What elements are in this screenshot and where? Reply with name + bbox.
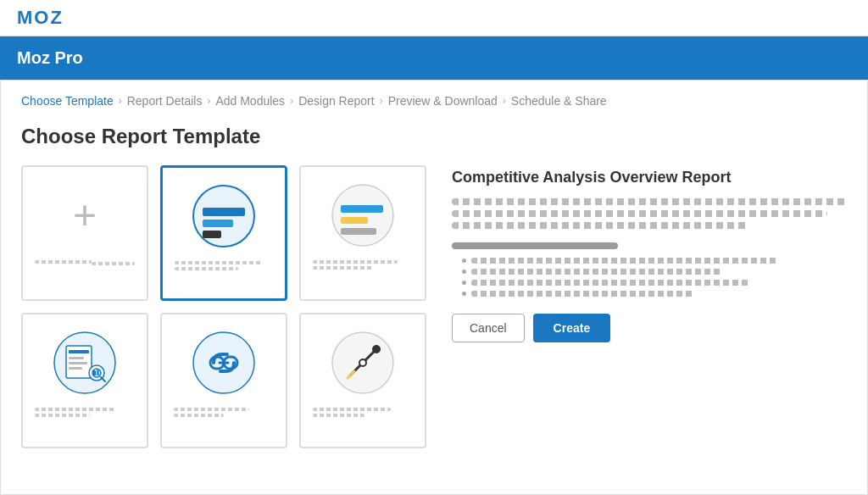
header-bar: Moz Pro <box>0 36 868 80</box>
breadcrumb-choose-template[interactable]: Choose Template <box>21 94 114 108</box>
svg-rect-10 <box>69 350 89 353</box>
bullet-item-4 <box>462 291 847 297</box>
bullet-item-3 <box>462 280 847 286</box>
template-label-link <box>169 408 279 417</box>
breadcrumb-preview-download[interactable]: Preview & Download <box>388 94 498 108</box>
breadcrumb: Choose Template › Report Details › Add M… <box>21 94 847 108</box>
svg-point-26 <box>359 359 366 366</box>
template-card-needle[interactable] <box>299 313 426 448</box>
breadcrumb-sep-5: › <box>503 95 506 107</box>
plus-icon: + <box>73 195 97 236</box>
svg-rect-2 <box>203 220 233 227</box>
breadcrumb-sep-4: › <box>380 95 383 107</box>
template-card-blank[interactable]: + <box>21 165 148 301</box>
template-card-analytics[interactable] <box>299 165 426 301</box>
svg-rect-6 <box>341 217 368 224</box>
bullet-dot-1 <box>462 259 466 263</box>
competitive-svg <box>190 182 258 250</box>
bullet-list <box>452 258 847 297</box>
template-label-analytics <box>308 260 418 270</box>
bullet-dot-4 <box>462 292 466 296</box>
template-grid: + <box>21 165 426 448</box>
breadcrumb-sep-3: › <box>290 95 293 107</box>
breadcrumb-report-details[interactable]: Report Details <box>127 94 203 108</box>
moz-logo: MOZ <box>17 7 64 29</box>
site-svg <box>51 329 119 397</box>
template-card-site[interactable] <box>21 313 148 448</box>
bullet-dot-3 <box>462 281 466 285</box>
template-label-blank <box>30 260 140 266</box>
bullet-item-1 <box>462 258 847 264</box>
bullet-text-2 <box>471 269 721 275</box>
bullet-dot-2 <box>462 270 466 274</box>
bullet-item-2 <box>462 269 847 275</box>
top-bar: MOZ <box>0 0 868 36</box>
template-icon-analytics <box>325 177 401 253</box>
cancel-button[interactable]: Cancel <box>452 314 525 342</box>
breadcrumb-sep-2: › <box>207 95 210 107</box>
template-label-site <box>30 408 140 417</box>
template-icon-needle <box>325 325 401 401</box>
analytics-svg <box>329 181 397 249</box>
svg-rect-13 <box>69 367 82 370</box>
svg-rect-18 <box>97 369 99 375</box>
svg-rect-11 <box>69 357 84 359</box>
svg-rect-5 <box>341 205 383 213</box>
breadcrumb-sep-1: › <box>119 95 122 107</box>
template-card-link[interactable] <box>160 313 287 448</box>
template-icon-blank: + <box>47 177 123 253</box>
create-button[interactable]: Create <box>533 314 611 342</box>
page-title: Choose Report Template <box>21 125 847 148</box>
bullet-text-4 <box>471 291 694 297</box>
detail-line-3 <box>452 222 748 229</box>
breadcrumb-schedule-share[interactable]: Schedule & Share <box>511 94 607 108</box>
svg-point-4 <box>332 185 393 246</box>
svg-point-25 <box>372 345 381 353</box>
svg-rect-12 <box>69 362 87 364</box>
bullet-text-1 <box>471 258 779 264</box>
svg-rect-3 <box>203 231 221 238</box>
main-content: Choose Template › Report Details › Add M… <box>0 80 868 495</box>
link-svg <box>190 329 258 397</box>
action-buttons: Cancel Create <box>452 314 847 342</box>
detail-description <box>452 198 847 229</box>
template-card-competitive[interactable] <box>160 165 287 301</box>
bullet-text-3 <box>471 280 748 286</box>
svg-rect-17 <box>93 370 96 375</box>
content-layout: + <box>21 165 847 448</box>
template-icon-site <box>47 325 123 401</box>
template-icon-competitive <box>186 178 262 254</box>
app-title: Moz Pro <box>17 48 851 68</box>
detail-line-1 <box>452 198 847 205</box>
needle-svg <box>329 329 397 397</box>
svg-rect-1 <box>203 208 245 216</box>
template-label-needle <box>308 408 418 417</box>
detail-title: Competitive Analysis Overview Report <box>452 169 847 186</box>
svg-rect-7 <box>341 228 376 235</box>
breadcrumb-add-modules[interactable]: Add Modules <box>215 94 285 108</box>
template-label-competitive <box>170 261 278 270</box>
template-icon-link <box>186 325 262 401</box>
detail-subhead <box>452 242 618 249</box>
detail-line-2 <box>452 210 827 217</box>
breadcrumb-design-report[interactable]: Design Report <box>298 94 375 108</box>
detail-panel: Competitive Analysis Overview Report <box>452 165 847 448</box>
